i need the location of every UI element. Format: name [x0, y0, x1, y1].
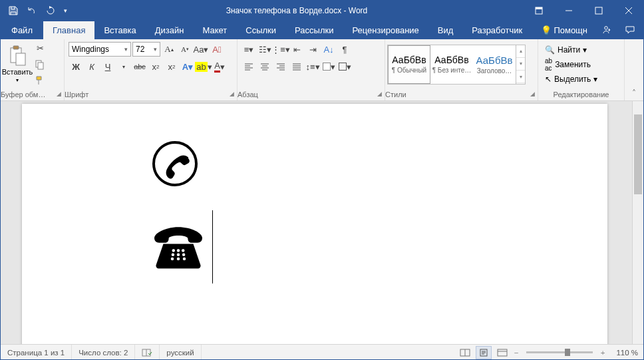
zoom-slider[interactable] — [526, 351, 593, 353]
tab-design[interactable]: Дизайн — [146, 21, 194, 39]
text-effects-button[interactable]: A▾ — [180, 59, 195, 74]
zoom-level[interactable]: 110 % — [609, 349, 638, 357]
zoom-out-button[interactable]: − — [513, 349, 520, 357]
align-right-button[interactable] — [273, 59, 288, 74]
view-read-button[interactable] — [457, 346, 473, 359]
superscript-button[interactable]: x2 — [164, 59, 179, 74]
paragraph-launcher[interactable]: ◢ — [377, 90, 385, 98]
styles-down[interactable]: ▾ — [516, 58, 525, 71]
bold-button[interactable]: Ж — [69, 59, 83, 74]
bullets-button[interactable]: ≡▾ — [242, 42, 256, 57]
page[interactable] — [22, 104, 607, 344]
justify-button[interactable] — [289, 59, 304, 74]
maximize-button[interactable] — [583, 1, 613, 21]
font-size-combo[interactable]: ▾ — [132, 42, 160, 57]
format-painter-button[interactable] — [33, 73, 47, 88]
tell-me[interactable]: 💡 Помощн — [536, 21, 593, 39]
sort-button[interactable]: A↓ — [321, 42, 336, 57]
inc-indent-button[interactable]: ⇥ — [305, 42, 320, 57]
cut-button[interactable]: ✂ — [33, 41, 47, 56]
grow-font-button[interactable]: A▴ — [162, 42, 176, 57]
styles-launcher[interactable]: ◢ — [530, 90, 538, 98]
style-heading1[interactable]: АаБбВв Заголово… — [473, 45, 516, 84]
view-print-button[interactable] — [476, 346, 492, 359]
status-words[interactable]: Число слов: 2 — [72, 345, 135, 360]
show-marks-button[interactable]: ¶ — [337, 42, 352, 57]
save-button[interactable] — [5, 3, 22, 19]
tab-file[interactable]: Файл — [1, 21, 43, 39]
shading-button[interactable]: ▾ — [321, 59, 336, 74]
font-size-input[interactable] — [133, 45, 150, 54]
tab-layout[interactable]: Макет — [193, 21, 236, 39]
font-name-input[interactable] — [69, 45, 121, 54]
copy-button[interactable] — [33, 57, 47, 72]
align-center-button[interactable] — [257, 59, 272, 74]
styles-up[interactable]: ▴ — [516, 45, 525, 58]
tab-insert[interactable]: Вставка — [94, 21, 145, 39]
change-case-button[interactable]: Aa▾ — [194, 42, 208, 57]
clear-format-button[interactable]: A⃠ — [210, 42, 224, 57]
svg-rect-22 — [498, 349, 507, 356]
strike-button[interactable]: abc — [132, 59, 147, 74]
multilist-button[interactable]: ⋮≡▾ — [273, 42, 288, 57]
style-nospacing[interactable]: АаБбВв ¶ Без инте… — [430, 45, 473, 84]
status-bar: Страница 1 из 1 Число слов: 2 русский − … — [1, 344, 643, 360]
underline-button[interactable]: Ч — [100, 59, 115, 74]
comments-button[interactable] — [619, 21, 641, 39]
svg-rect-2 — [595, 7, 602, 14]
tab-mailings[interactable]: Рассылки — [285, 21, 343, 39]
vertical-scrollbar[interactable] — [632, 101, 643, 344]
share-button[interactable] — [595, 21, 617, 39]
tab-home[interactable]: Главная — [43, 21, 94, 39]
minimize-button[interactable] — [554, 1, 583, 21]
svg-point-11 — [177, 249, 180, 252]
paste-button[interactable]: Вставить ▾ — [3, 43, 31, 87]
highlight-button[interactable]: ab▾ — [196, 59, 211, 74]
page-scroll[interactable] — [1, 101, 632, 344]
styles-more[interactable]: ▾ — [516, 71, 525, 83]
borders-button[interactable]: ▾ — [337, 59, 352, 74]
scroll-thumb[interactable] — [634, 114, 642, 194]
styles-gallery[interactable]: АаБбВв ¶ Обычный АаБбВв ¶ Без инте… АаБб… — [387, 45, 526, 85]
tab-developer[interactable]: Разработчик — [462, 21, 532, 39]
select-button[interactable]: ↖ Выделить ▾ — [542, 73, 600, 86]
zoom-in-button[interactable]: + — [599, 349, 606, 357]
style-normal[interactable]: АаБбВв ¶ Обычный — [388, 45, 430, 84]
collapse-ribbon-button[interactable]: ˄ — [625, 39, 643, 100]
tell-me-label: Помощн — [554, 25, 587, 35]
tab-references[interactable]: Ссылки — [236, 21, 285, 39]
tab-review[interactable]: Рецензирование — [343, 21, 428, 39]
status-page[interactable]: Страница 1 из 1 — [1, 345, 72, 360]
undo-button[interactable] — [23, 3, 41, 19]
numbering-button[interactable]: ☷▾ — [257, 42, 272, 57]
ribbon-options-button[interactable] — [524, 1, 554, 21]
qat-customize-button[interactable]: ▾ — [61, 3, 70, 19]
font-launcher[interactable]: ◢ — [229, 90, 237, 98]
clipboard-group-label: Буфер обм… — [1, 90, 45, 98]
font-color-button[interactable]: A▾ — [212, 59, 227, 74]
ribbon: Вставить ▾ ✂ Буфер обм…◢ ▾ — [1, 39, 643, 101]
tab-view[interactable]: Вид — [428, 21, 463, 39]
svg-point-12 — [182, 249, 185, 252]
align-left-button[interactable] — [242, 59, 256, 74]
clipboard-launcher[interactable]: ◢ — [56, 90, 64, 98]
svg-point-18 — [183, 258, 186, 261]
paragraph-group-label: Абзац — [238, 90, 258, 98]
status-language[interactable]: русский — [160, 345, 201, 360]
redo-button[interactable] — [42, 3, 59, 19]
paste-label: Вставить — [2, 68, 33, 76]
document-area — [1, 101, 643, 344]
dec-indent-button[interactable]: ⇤ — [289, 42, 304, 57]
title-bar: ▾ Значок телефона в Ворде.docx - Word — [1, 1, 643, 21]
shrink-font-button[interactable]: A▾ — [178, 42, 192, 57]
italic-button[interactable]: К — [84, 59, 99, 74]
svg-point-10 — [172, 249, 176, 252]
replace-button[interactable]: abac Заменить — [542, 58, 600, 71]
close-button[interactable] — [613, 1, 643, 21]
font-name-combo[interactable]: ▾ — [69, 42, 131, 57]
line-spacing-button[interactable]: ↕≡▾ — [305, 59, 320, 74]
subscript-button[interactable]: x2 — [148, 59, 163, 74]
status-proofing[interactable] — [135, 345, 160, 360]
view-web-button[interactable] — [494, 346, 510, 359]
find-button[interactable]: 🔍 Найти ▾ — [542, 43, 600, 57]
